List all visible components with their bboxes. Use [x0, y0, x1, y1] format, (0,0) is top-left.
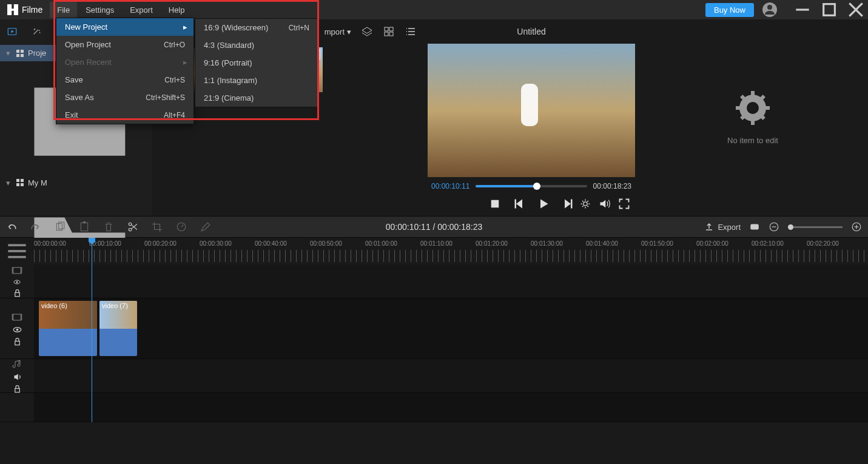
aspect-16-9[interactable]: 16:9 (Widescreen)Ctrl+N: [195, 19, 318, 36]
media-icon: [7, 26, 18, 37]
preview-viewport[interactable]: [428, 44, 635, 177]
menu-help[interactable]: Help: [161, 2, 192, 18]
user-avatar[interactable]: [762, 2, 777, 17]
eye-icon[interactable]: [13, 278, 21, 286]
svg-marker-77: [14, 374, 18, 380]
delete-button[interactable]: [103, 221, 114, 232]
zoom-in-button[interactable]: [851, 221, 862, 232]
menu-file[interactable]: File: [50, 2, 77, 18]
lock-icon[interactable]: [13, 384, 22, 393]
view-grid-button[interactable]: [383, 25, 395, 38]
menu-settings[interactable]: Settings: [78, 2, 121, 18]
svg-line-55: [181, 225, 183, 227]
close-icon: [844, 0, 868, 19]
prev-frame-icon: [513, 198, 525, 210]
pencil-icon: [200, 221, 211, 232]
playhead[interactable]: [92, 238, 92, 422]
audio-track-icon: [12, 359, 22, 370]
menu-save[interactable]: SaveCtrl+S: [56, 71, 193, 89]
svg-rect-2: [824, 4, 835, 16]
svg-marker-35: [565, 200, 571, 209]
zoom-slider[interactable]: [788, 226, 843, 228]
lock-icon[interactable]: [13, 288, 22, 297]
window-minimize[interactable]: [790, 0, 815, 19]
gear-large-icon: [736, 91, 770, 125]
timeline-clip[interactable]: video (6): [39, 301, 97, 356]
next-frame-button[interactable]: [562, 198, 574, 210]
svg-marker-32: [516, 200, 522, 209]
redo-button[interactable]: [30, 221, 41, 232]
settings-button[interactable]: [579, 198, 591, 210]
track-body[interactable]: [34, 359, 868, 392]
app-name: Filme: [22, 5, 42, 15]
ruler-mark: 00:02:20:00: [807, 240, 839, 247]
grid-view-icon: [383, 25, 395, 38]
svg-rect-33: [515, 200, 517, 209]
aspect-4-3[interactable]: 4:3 (Standard): [195, 36, 318, 54]
copy-icon: [55, 221, 66, 232]
timeline-menu-button[interactable]: [0, 238, 34, 264]
volume-button[interactable]: [599, 198, 611, 210]
prev-frame-button[interactable]: [513, 198, 525, 210]
zoom-out-button[interactable]: [769, 221, 779, 232]
crop-button[interactable]: [152, 221, 163, 232]
import-dropdown[interactable]: mport▾: [325, 27, 351, 36]
menu-new-project[interactable]: New Project▸: [56, 18, 193, 36]
color-button[interactable]: [200, 221, 211, 232]
view-layers-button[interactable]: [361, 25, 373, 38]
ruler-mark: 00:00:00:00: [34, 240, 66, 247]
snap-button[interactable]: [749, 221, 760, 232]
svg-rect-31: [491, 200, 499, 208]
grid-icon: [16, 49, 24, 58]
menu-save-as[interactable]: Save AsCtrl+Shift+S: [56, 89, 193, 106]
effects-tab[interactable]: [24, 19, 49, 44]
user-icon: [762, 2, 777, 17]
props-empty-text: No item to edit: [727, 136, 778, 145]
speed-button[interactable]: [176, 221, 187, 232]
paste-icon: [79, 221, 90, 232]
svg-rect-9: [16, 54, 19, 57]
ruler-mark: 00:00:20:00: [144, 240, 177, 247]
stop-button[interactable]: [489, 198, 501, 210]
submenu-arrow-icon: ▸: [183, 58, 187, 67]
svg-point-75: [16, 328, 18, 331]
timeline-ruler[interactable]: 00:00:00:0000:00:10:0000:00:20:0000:00:3…: [0, 238, 868, 264]
eye-icon[interactable]: [13, 325, 22, 334]
window-maximize[interactable]: [817, 0, 841, 19]
export-button[interactable]: Export: [704, 222, 741, 232]
clip-label: video (6): [41, 302, 67, 309]
tree-my-media[interactable]: ▾My M: [0, 175, 152, 191]
aspect-1-1[interactable]: 1:1 (Instagram): [195, 72, 318, 89]
paste-button[interactable]: [79, 221, 90, 232]
buy-now-button[interactable]: Buy Now: [705, 3, 754, 17]
file-menu-dropdown: New Project▸ Open ProjectCtrl+O Open Rec…: [56, 18, 194, 124]
menu-export[interactable]: Export: [123, 2, 160, 18]
volume-icon[interactable]: [13, 372, 22, 382]
grid-icon: [16, 178, 24, 187]
preview-progress-bar[interactable]: [476, 185, 587, 187]
svg-rect-22: [389, 27, 393, 31]
copy-button[interactable]: [55, 221, 66, 232]
upload-icon: [704, 222, 714, 232]
fullscreen-button[interactable]: [618, 198, 630, 210]
minimize-icon: [790, 0, 815, 19]
menu-exit[interactable]: ExitAlt+F4: [56, 106, 193, 124]
spacer-track: [0, 393, 868, 422]
audio-track-1: [0, 359, 868, 393]
media-tab[interactable]: [0, 19, 24, 44]
track-body[interactable]: [34, 264, 868, 298]
split-button[interactable]: [127, 221, 138, 232]
undo-button[interactable]: [6, 221, 17, 232]
menu-open-project[interactable]: Open ProjectCtrl+O: [56, 36, 193, 53]
hamburger-icon: [0, 238, 34, 264]
track-body[interactable]: video (6)video (7): [34, 298, 868, 358]
svg-rect-7: [16, 50, 19, 53]
window-close[interactable]: [844, 0, 868, 19]
play-button[interactable]: [537, 198, 550, 210]
lock-icon[interactable]: [13, 337, 22, 346]
aspect-9-16[interactable]: 9:16 (Portrait): [195, 54, 318, 72]
aspect-21-9[interactable]: 21:9 (Cinema): [195, 89, 318, 107]
view-list-button[interactable]: [405, 25, 417, 38]
menu-open-recent[interactable]: Open Recent▸: [56, 53, 193, 71]
timeline-clip[interactable]: video (7): [99, 301, 137, 356]
